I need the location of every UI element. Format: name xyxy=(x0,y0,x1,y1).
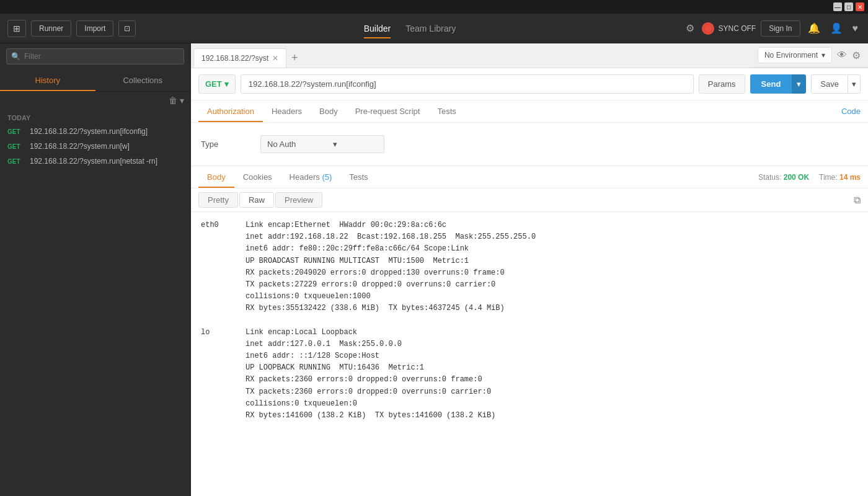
sidebar-tab-history[interactable]: History xyxy=(0,69,95,91)
headers-tab-label: Headers xyxy=(272,107,302,116)
heart-icon: ♥ xyxy=(852,23,859,33)
pre-request-tab-label: Pre-request Script xyxy=(355,107,420,116)
chevron-down-icon: ▾ xyxy=(180,95,184,105)
user-button[interactable]: 👤 xyxy=(828,20,845,37)
method-chevron-icon: ▾ xyxy=(224,79,229,89)
method-label: GET xyxy=(205,79,222,89)
tests-tab-label: Tests xyxy=(437,107,456,116)
tab-tests[interactable]: Tests xyxy=(428,100,464,122)
view-tab-pretty[interactable]: Pretty xyxy=(198,192,238,208)
sidebar-tabs: History Collections xyxy=(0,69,190,92)
tab-builder[interactable]: Builder xyxy=(364,21,391,36)
response-tab-headers[interactable]: Headers (5) xyxy=(281,166,341,188)
sync-button[interactable]: SYNC OFF xyxy=(702,22,756,35)
response-status: Status: 200 OK Time: 14 ms xyxy=(758,173,861,182)
new-tab-toolbar-icon: ⊡ xyxy=(124,24,130,33)
save-label: Save xyxy=(820,79,839,89)
pretty-label: Pretty xyxy=(208,195,229,205)
code-button[interactable]: Code xyxy=(841,107,861,116)
tab-team-library[interactable]: Team Library xyxy=(405,21,456,36)
notifications-button[interactable]: 🔔 xyxy=(805,20,823,37)
method-select[interactable]: GET ▾ xyxy=(198,74,236,94)
sidebar-tab-collections[interactable]: Collections xyxy=(95,69,191,91)
send-btn-group: Send ▾ xyxy=(750,74,807,94)
sidebar-dropdown-button[interactable]: ▾ xyxy=(180,95,184,105)
sign-in-button[interactable]: Sign In xyxy=(761,20,800,37)
history-item[interactable]: GET 192.168.18.22/?system.run[ifconfig] xyxy=(0,124,190,139)
sign-in-label: Sign In xyxy=(769,24,792,33)
status-label: Status: 200 OK xyxy=(758,173,809,182)
runner-label: Runner xyxy=(39,24,63,33)
auth-type-select[interactable]: No Auth ▾ xyxy=(260,135,384,153)
response-headers-tab-label: Headers (5) xyxy=(290,172,332,182)
filter-input[interactable] xyxy=(6,48,184,64)
today-label: Today xyxy=(0,109,190,124)
response-section: Body Cookies Headers (5) Tests Status: xyxy=(191,166,868,496)
new-tab-toolbar-button[interactable]: ⊡ xyxy=(118,20,136,37)
response-tab-body[interactable]: Body xyxy=(198,166,234,188)
history-item[interactable]: GET 192.168.18.22/?system.run[netstat -r… xyxy=(0,154,190,169)
request-tab-label: 192.168.18.22/?syst xyxy=(202,54,268,63)
params-label: Params xyxy=(708,79,736,89)
response-body-tab-label: Body xyxy=(207,172,226,182)
auth-chevron-icon: ▾ xyxy=(333,140,337,149)
request-tab-close-button[interactable]: ✕ xyxy=(272,54,278,63)
new-request-tab-button[interactable]: + xyxy=(286,51,303,64)
tab-pre-request[interactable]: Pre-request Script xyxy=(347,100,429,122)
send-button[interactable]: Send xyxy=(750,74,792,94)
tab-body[interactable]: Body xyxy=(311,100,347,122)
response-tab-cookies[interactable]: Cookies xyxy=(234,166,281,188)
minimize-button[interactable]: — xyxy=(833,2,842,11)
search-icon: 🔍 xyxy=(11,52,20,61)
title-bar: — □ ✕ xyxy=(0,0,868,14)
request-tab-active[interactable]: 192.168.18.22/?syst ✕ xyxy=(193,48,286,68)
tab-headers[interactable]: Headers xyxy=(263,100,311,122)
center-tabs: Builder Team Library xyxy=(141,21,678,36)
method-badge: GET xyxy=(7,128,25,135)
history-url: 192.168.18.22/?system.run[w] xyxy=(30,142,130,151)
config-tabs: Authorization Headers Body Pre-request S… xyxy=(191,100,868,123)
send-dropdown-button[interactable]: ▾ xyxy=(792,74,806,94)
delete-icon: 🗑 xyxy=(169,95,177,105)
send-dropdown-icon: ▾ xyxy=(797,79,801,89)
save-button[interactable]: Save xyxy=(811,74,848,94)
environment-select[interactable]: No Environment ▾ xyxy=(758,47,832,63)
sidebar-filter-area: 🔍 xyxy=(0,43,190,69)
main-toolbar: ⊞ Runner Import ⊡ Builder Team Library ⚙… xyxy=(0,14,868,43)
view-tab-raw[interactable]: Raw xyxy=(239,192,274,208)
sidebar-toggle-button[interactable]: ⊞ xyxy=(7,20,26,37)
view-tab-preview[interactable]: Preview xyxy=(275,192,322,208)
auth-type-row: Type No Auth ▾ xyxy=(201,135,858,153)
response-tabs-bar: Body Cookies Headers (5) Tests Status: xyxy=(191,166,868,188)
auth-type-label: Type xyxy=(201,140,250,149)
save-dropdown-button[interactable]: ▾ xyxy=(848,74,861,94)
settings-button[interactable]: ⚙ xyxy=(683,20,697,37)
tab-authorization[interactable]: Authorization xyxy=(198,100,263,122)
authorization-tab-label: Authorization xyxy=(207,107,254,116)
env-gear-button[interactable]: ⚙ xyxy=(852,50,861,61)
import-button[interactable]: Import xyxy=(76,20,113,37)
maximize-button[interactable]: □ xyxy=(844,2,853,11)
auth-section: Type No Auth ▾ xyxy=(191,123,868,166)
close-button[interactable]: ✕ xyxy=(856,2,864,11)
copy-response-button[interactable]: ⧉ xyxy=(854,195,861,206)
app-body: 🔍 History Collections 🗑 ▾ Today GET 192.… xyxy=(0,43,868,496)
history-tab-label: History xyxy=(35,76,60,85)
heart-button[interactable]: ♥ xyxy=(850,20,861,37)
url-bar: GET ▾ Params Send ▾ Save ▾ xyxy=(191,68,868,100)
delete-history-button[interactable]: 🗑 xyxy=(169,95,177,105)
time-label: Time: 14 ms xyxy=(819,173,861,182)
runner-button[interactable]: Runner xyxy=(31,20,71,37)
response-tab-tests[interactable]: Tests xyxy=(340,166,376,188)
response-body-text: eth0 Link encap:Ethernet HWaddr 00:0c:29… xyxy=(201,219,858,422)
method-badge: GET xyxy=(7,158,25,165)
sync-icon xyxy=(702,22,714,35)
env-eye-button[interactable]: 👁 xyxy=(837,50,847,61)
history-item[interactable]: GET 192.168.18.22/?system.run[w] xyxy=(0,139,190,154)
eye-icon: 👁 xyxy=(837,50,847,60)
settings-icon: ⚙ xyxy=(686,23,694,33)
import-label: Import xyxy=(84,24,105,33)
url-input[interactable] xyxy=(241,74,694,94)
params-button[interactable]: Params xyxy=(699,74,745,94)
response-body: eth0 Link encap:Ethernet HWaddr 00:0c:29… xyxy=(191,212,868,496)
